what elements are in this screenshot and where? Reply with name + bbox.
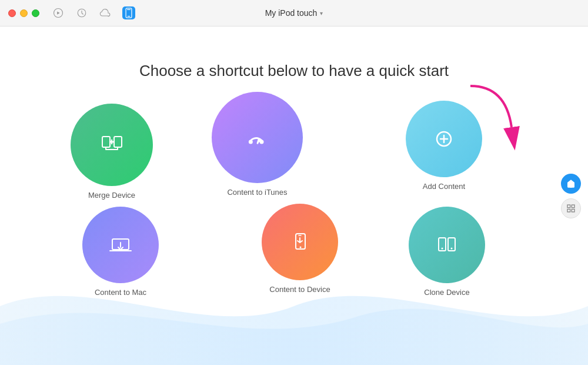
svg-point-9 xyxy=(248,140,252,144)
home-sidebar-button[interactable] xyxy=(561,174,581,194)
content-device-icon xyxy=(286,228,314,256)
content-itunes-circle xyxy=(212,92,303,183)
svg-point-15 xyxy=(300,247,302,248)
svg-point-19 xyxy=(451,248,453,250)
merge-device-icon xyxy=(98,131,126,159)
sidebar-right xyxy=(561,174,581,218)
cloud-nav-icon[interactable] xyxy=(99,6,112,19)
device-nav-icon[interactable] xyxy=(122,6,135,19)
content-device-circle xyxy=(262,204,338,280)
svg-point-8 xyxy=(259,140,263,144)
content-itunes-icon xyxy=(241,121,274,154)
svg-point-18 xyxy=(442,248,443,250)
merge-device-circle xyxy=(71,104,153,186)
add-content-icon xyxy=(430,125,458,153)
music-nav-icon[interactable] xyxy=(52,6,65,19)
history-nav-icon[interactable] xyxy=(75,6,88,19)
shortcuts-area: Merge Device Content to iTunes xyxy=(41,92,547,310)
traffic-lights xyxy=(8,9,39,17)
clone-device-circle xyxy=(409,207,485,283)
close-button[interactable] xyxy=(8,9,16,17)
grid-sidebar-button[interactable] xyxy=(561,198,581,218)
titlebar: My iPod touch ▾ xyxy=(0,0,588,26)
merge-device-button[interactable]: Merge Device xyxy=(71,104,153,200)
content-mac-circle xyxy=(82,207,159,283)
content-device-button[interactable]: Content to Device xyxy=(262,204,338,294)
arrow-pointer xyxy=(459,80,529,151)
clone-device-label: Clone Device xyxy=(424,288,469,297)
content-mac-icon xyxy=(106,231,135,259)
heading: Choose a shortcut below to have a quick … xyxy=(139,62,449,80)
titlebar-icons xyxy=(52,6,135,19)
content-itunes-label: Content to iTunes xyxy=(227,188,287,197)
add-content-label: Add Content xyxy=(423,182,465,191)
main-content: Choose a shortcut below to have a quick … xyxy=(0,26,588,365)
svg-rect-21 xyxy=(572,205,574,208)
minimize-button[interactable] xyxy=(20,9,28,17)
content-device-label: Content to Device xyxy=(269,285,330,294)
clone-device-icon xyxy=(433,231,461,259)
content-mac-button[interactable]: Content to Mac xyxy=(82,207,159,297)
svg-rect-7 xyxy=(114,137,122,147)
clone-device-button[interactable]: Clone Device xyxy=(409,207,485,297)
svg-rect-20 xyxy=(567,205,570,208)
titlebar-chevron[interactable]: ▾ xyxy=(320,10,323,16)
merge-device-label: Merge Device xyxy=(88,191,135,200)
svg-rect-23 xyxy=(572,209,574,212)
content-mac-label: Content to Mac xyxy=(95,288,146,297)
svg-rect-6 xyxy=(102,137,110,147)
maximize-button[interactable] xyxy=(32,9,39,17)
titlebar-title: My iPod touch ▾ xyxy=(265,8,323,18)
svg-rect-22 xyxy=(567,209,570,212)
content-itunes-button[interactable]: Content to iTunes xyxy=(212,92,303,197)
